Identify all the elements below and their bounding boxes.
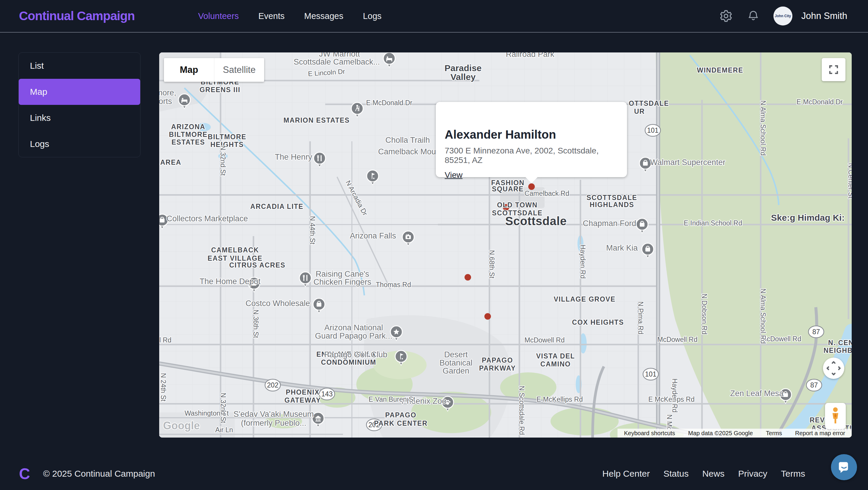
map-canvas[interactable]: 1011012022021438787 BILTMOREGREENS IIIMA… (159, 53, 852, 437)
report-map-error-link[interactable]: Report a map error (795, 430, 845, 437)
map-label: Air Ln (215, 426, 233, 434)
footer-link-status[interactable]: Status (663, 469, 689, 479)
map-label: Papago Golf Club (324, 350, 387, 359)
map-label: Guard Papago Park... (315, 331, 392, 340)
sidebar-item-logs[interactable]: Logs (19, 131, 140, 157)
highway-shield-143: 143 (319, 388, 335, 400)
map-label: N Pima Rd (637, 301, 645, 334)
map-label: N Center St (847, 163, 852, 199)
map-label: S'edav Va'aki Museum (234, 410, 314, 419)
map-label: CITRUS ACRES (229, 261, 285, 269)
map-type-control: Map Satellite (164, 58, 264, 82)
fullscreen-icon (828, 64, 839, 75)
pegman-control[interactable] (825, 403, 846, 429)
footer-link-news[interactable]: News (702, 469, 724, 479)
fullscreen-button[interactable] (822, 58, 845, 81)
volunteer-marker[interactable] (485, 313, 491, 320)
map-label: Paradise (444, 63, 482, 73)
footer-link-privacy[interactable]: Privacy (738, 469, 767, 479)
svg-text:87: 87 (812, 328, 820, 336)
map-label: RE AREA (159, 159, 181, 166)
sidebar-item-links[interactable]: Links (19, 105, 140, 131)
terms-link[interactable]: Terms (766, 430, 782, 437)
notifications-bell-icon[interactable] (746, 9, 761, 23)
map-label: Camelback Rd (525, 190, 569, 197)
map-label: SCOTTSDALE (587, 194, 638, 201)
map-label: UR (634, 107, 645, 115)
map-label: PARKWAY (479, 364, 516, 372)
map-label: E McDonald Dr (797, 98, 843, 106)
map-label: N 68th St (488, 250, 496, 279)
svg-text:202: 202 (267, 381, 278, 389)
map-label: WINDEMERE (697, 66, 743, 74)
map-label: OTTSDALE (629, 100, 669, 107)
keyboard-shortcuts-link[interactable]: Keyboard shortcuts (624, 430, 675, 437)
highway-shield-101: 101 (643, 368, 658, 380)
map-label: Mark Kia (606, 243, 638, 252)
info-view-link[interactable]: View (445, 170, 462, 180)
pegman-icon (830, 407, 841, 425)
map-label: REVI (810, 416, 827, 424)
map-label: N Alma School Rd (759, 289, 767, 344)
map-type-satellite-button[interactable]: Satellite (214, 58, 264, 82)
svg-text:101: 101 (647, 127, 658, 134)
highway-shield-87: 87 (808, 326, 824, 338)
map-label: ARCADIA LITE (250, 203, 303, 210)
sidebar-item-map[interactable]: Map (19, 79, 140, 105)
info-window-address: 7300 E Minnezona Ave, 2002, Scottsdale, … (445, 146, 618, 165)
nav-messages[interactable]: Messages (304, 11, 343, 21)
map-label: CAMELBACK (211, 246, 259, 254)
map-label: N 36th St (252, 309, 260, 338)
user-name[interactable]: John Smith (801, 11, 847, 21)
settings-gear-icon[interactable] (719, 9, 733, 23)
pan-control[interactable] (823, 358, 844, 379)
map-label: BILTMORE (208, 133, 246, 141)
highway-shield-87: 87 (806, 379, 822, 391)
volunteer-marker[interactable] (465, 274, 471, 281)
map-type-map-button[interactable]: Map (164, 58, 214, 82)
map-label: PHOENIX (286, 388, 319, 396)
avatar[interactable]: John City (773, 6, 793, 26)
nav-volunteers[interactable]: Volunteers (198, 11, 239, 21)
map-label: E Indian School Rd (684, 219, 742, 227)
map-label: ARIZONA (171, 123, 205, 131)
map-label: Scottsdale Camelback... (293, 58, 380, 66)
map-label: E McKellips Rd (536, 395, 583, 403)
map-label: GREENS III (199, 86, 241, 94)
map-label: The Home Depot (199, 277, 260, 286)
map-label: McDowell Rd (657, 336, 697, 344)
nav-events[interactable]: Events (258, 11, 285, 21)
nav-logs[interactable]: Logs (363, 11, 381, 21)
map-label: Costco Wholesale (245, 299, 310, 308)
map-label: Google (163, 420, 200, 432)
chat-widget-button[interactable] (831, 454, 857, 480)
main-nav: VolunteersEventsMessagesLogs (198, 11, 381, 21)
map-label: Botanical (439, 358, 472, 367)
header: Continual Campaign VolunteersEventsMessa… (0, 0, 868, 33)
map-label: PAPAGO (482, 356, 513, 364)
footer-link-help-center[interactable]: Help Center (602, 469, 650, 479)
map-label: more, (159, 88, 176, 97)
map-label: N Alma School Rd (759, 100, 767, 156)
app: Continual Campaign VolunteersEventsMessa… (0, 0, 868, 490)
info-window: Alexander Hamilton 7300 E Minnezona Ave,… (436, 102, 627, 177)
map-label: Arizona National (324, 323, 383, 332)
copyright-text: © 2025 Continual Campaign (43, 469, 155, 479)
sidebar-item-list[interactable]: List (19, 53, 140, 79)
map-label: N 24th St (159, 373, 167, 401)
pan-arrows-icon (826, 361, 841, 376)
map-label: sorts (159, 97, 172, 106)
map-label: CONDOMINIUM (321, 358, 376, 366)
map-label: Hayden Rd (671, 378, 679, 413)
map-label: VILLAGE GROVE (554, 295, 616, 303)
footer-link-terms[interactable]: Terms (781, 469, 805, 479)
map-label: COX HEIGHTS (572, 319, 624, 326)
map-label: Chicken Fingers (313, 277, 371, 287)
map-label: N Dobson Rd (701, 294, 708, 334)
map-label: Railroad Park (506, 53, 554, 59)
map-label: PAPAGO (385, 411, 416, 419)
header-right: John City John Smith (719, 6, 847, 26)
map-label: Hayden Rd (579, 244, 587, 279)
map-label: Raising Cane's (316, 270, 369, 279)
volunteer-marker[interactable] (528, 184, 535, 190)
